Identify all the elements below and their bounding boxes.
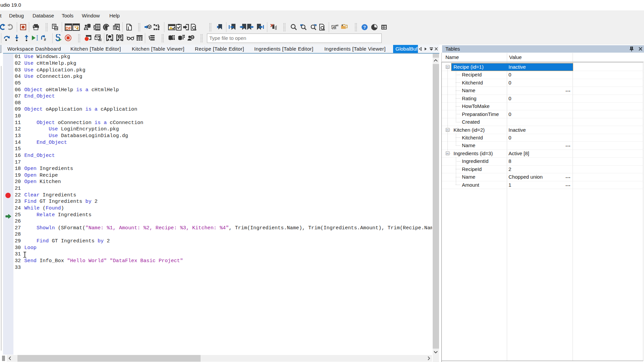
svg-text:?: ?	[363, 25, 366, 30]
svg-text:#: #	[44, 38, 46, 42]
svg-text:ab: ab	[336, 24, 338, 27]
svg-text:DF: DF	[66, 26, 71, 31]
